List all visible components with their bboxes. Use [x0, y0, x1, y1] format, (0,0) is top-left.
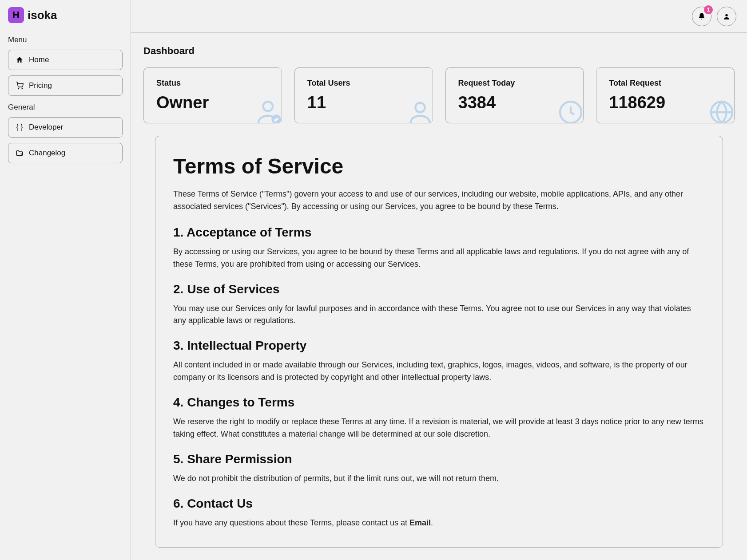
tos-section-title: 3. Intellectual Property [173, 339, 705, 353]
tos-section-body: You may use our Services only for lawful… [173, 303, 705, 327]
menu-section-label: Menu [8, 35, 123, 44]
logo[interactable]: H isoka [8, 7, 123, 23]
svg-point-1 [22, 88, 23, 89]
stat-label: Request Today [458, 79, 571, 88]
main: 1 Dashboard Status Owner Total Users 11 … [131, 0, 747, 560]
svg-point-2 [725, 14, 727, 16]
braces-icon [16, 123, 24, 131]
notifications-button[interactable]: 1 [692, 7, 711, 26]
home-icon [16, 56, 24, 64]
globe-icon [707, 98, 735, 123]
stat-value: 11 [307, 93, 420, 112]
svg-point-3 [263, 102, 272, 111]
sidebar-item-developer[interactable]: Developer [8, 117, 123, 138]
sidebar-item-changelog[interactable]: Changelog [8, 143, 123, 163]
stat-card-request-today: Request Today 3384 [445, 67, 584, 123]
logo-text: isoka [28, 8, 57, 22]
sidebar: H isoka Menu Home Pricing General Develo… [0, 0, 131, 560]
sidebar-item-label: Changelog [29, 149, 65, 158]
tos-title: Terms of Service [173, 154, 705, 178]
tos-section-body: By accessing or using our Services, you … [173, 246, 705, 271]
tos-section-title: 4. Changes to Terms [173, 395, 705, 410]
svg-point-0 [18, 88, 19, 89]
tos-intro: These Terms of Service ("Terms") govern … [173, 188, 705, 213]
tos-section-body: We reserve the right to modify or replac… [173, 416, 705, 441]
logo-icon: H [8, 7, 24, 23]
content[interactable]: Dashboard Status Owner Total Users 11 Re… [131, 33, 747, 560]
tos-section-body: If you have any questions about these Te… [173, 517, 705, 529]
tos-section-body: We do not prohibit the distribution of p… [173, 473, 705, 485]
sidebar-item-home[interactable]: Home [8, 50, 123, 70]
stats-row: Status Owner Total Users 11 Request Toda… [143, 67, 735, 123]
stat-value: 118629 [609, 93, 722, 112]
stat-card-total-request: Total Request 118629 [596, 67, 735, 123]
clock-icon [556, 98, 584, 123]
general-section-label: General [8, 103, 123, 112]
tos-contact-prefix: If you have any questions about these Te… [173, 518, 409, 527]
contact-email-link[interactable]: Email [409, 518, 431, 527]
page-title: Dashboard [143, 45, 735, 57]
stat-label: Total Users [307, 79, 420, 88]
tos-section-body: All content included in or made availabl… [173, 359, 705, 384]
notification-badge: 1 [704, 5, 713, 14]
stat-label: Status [156, 79, 269, 88]
tos-section-title: 2. Use of Services [173, 282, 705, 296]
profile-button[interactable] [717, 7, 736, 26]
sidebar-item-pricing[interactable]: Pricing [8, 75, 123, 96]
folder-icon [16, 149, 24, 157]
sidebar-item-label: Home [29, 55, 49, 64]
stat-card-status: Status Owner [143, 67, 282, 123]
bell-icon [698, 12, 706, 20]
stat-card-total-users: Total Users 11 [294, 67, 433, 123]
topbar: 1 [131, 0, 747, 33]
tos-contact-suffix: . [431, 518, 433, 527]
tos-section-title: 1. Acceptance of Terms [173, 225, 705, 240]
user-check-icon [255, 98, 282, 123]
tos-section-title: 6. Contact Us [173, 497, 705, 511]
stat-label: Total Request [609, 79, 722, 88]
stat-value: Owner [156, 93, 269, 112]
stat-value: 3384 [458, 93, 571, 112]
user-icon [723, 13, 730, 20]
user-icon [406, 98, 433, 123]
svg-point-5 [415, 103, 425, 112]
terms-of-service-card: Terms of Service These Terms of Service … [155, 136, 723, 548]
sidebar-item-label: Pricing [29, 81, 52, 90]
cart-icon [16, 82, 24, 90]
tos-section-title: 5. Share Permission [173, 452, 705, 466]
sidebar-item-label: Developer [29, 123, 64, 132]
